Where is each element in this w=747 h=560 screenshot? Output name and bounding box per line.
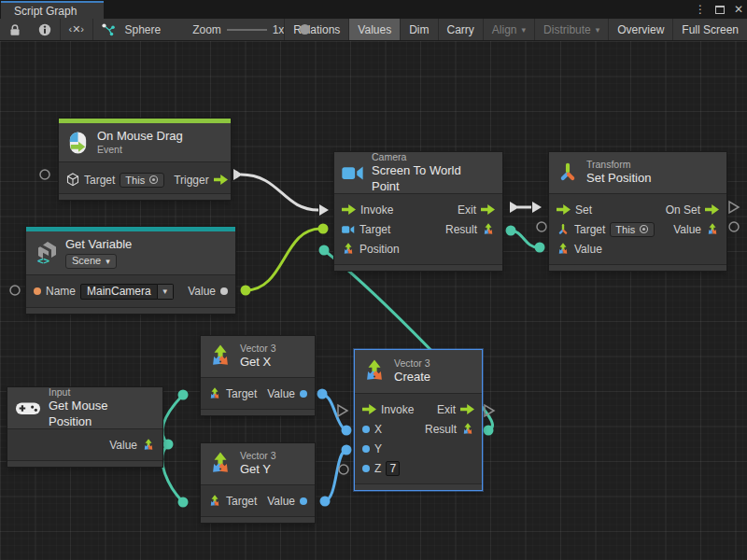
wire-endpoint[interactable] xyxy=(241,286,251,296)
tab-script-graph[interactable]: Script Graph xyxy=(1,1,104,19)
node-get-variable[interactable]: <> Get Variable Scene ▾ Name MainCamera … xyxy=(26,227,235,314)
node-footer xyxy=(26,307,235,314)
fullscreen-button[interactable]: Full Screen xyxy=(672,19,747,40)
target-this-field[interactable]: This xyxy=(610,222,655,237)
wire-endpoint[interactable] xyxy=(342,445,352,455)
unconnected-flow-indicator[interactable] xyxy=(338,405,347,416)
lock-icon[interactable] xyxy=(0,19,30,40)
port-label: Target xyxy=(226,387,257,400)
node-vector3-create[interactable]: Vector 3 Create Invoke Exit X Result xyxy=(355,350,482,490)
maximize-icon[interactable] xyxy=(715,6,725,14)
port-value-dot[interactable] xyxy=(220,287,228,295)
object-picker-icon[interactable] xyxy=(639,224,649,234)
wire-gety-to-createy[interactable] xyxy=(325,451,345,501)
flow-arrow-icon[interactable] xyxy=(342,204,356,215)
node-subtitle: Event xyxy=(97,144,183,156)
wire-input-arrow[interactable] xyxy=(319,204,329,216)
node-get-mouse-position[interactable]: Input Get Mouse Position Value xyxy=(7,387,162,467)
wire-endpoint[interactable] xyxy=(484,426,494,436)
zoom-slider[interactable] xyxy=(227,19,267,40)
wire-input-arrow[interactable] xyxy=(532,202,542,213)
align-button[interactable]: Align▾ xyxy=(483,19,534,40)
flow-arrow-icon[interactable] xyxy=(557,204,571,215)
wire-endpoint[interactable] xyxy=(178,390,189,400)
wire-endpoint[interactable] xyxy=(342,426,352,436)
distribute-button[interactable]: Distribute▾ xyxy=(534,19,608,40)
window-menu-icon[interactable]: ⋮ xyxy=(695,0,706,19)
camera-port-icon[interactable] xyxy=(342,225,355,234)
flow-arrow-icon[interactable] xyxy=(481,204,495,215)
wire-endpoint[interactable] xyxy=(319,245,330,256)
node-get-y[interactable]: Vector 3 Get Y Target Value xyxy=(201,443,315,523)
vector3-port-icon[interactable] xyxy=(461,423,474,436)
node-screen-to-world-point[interactable]: Camera Screen To World Point Invoke Exit… xyxy=(334,152,502,271)
flow-arrow-icon[interactable] xyxy=(705,204,719,215)
port-value-dot[interactable] xyxy=(300,497,307,505)
wire-endpoint[interactable] xyxy=(317,389,328,399)
node-set-position[interactable]: Transform Set Position Set On Set Target xyxy=(549,152,726,271)
wire-trigger-to-invoke[interactable] xyxy=(241,175,318,210)
vector3-port-icon[interactable] xyxy=(142,439,155,452)
wire-mousepos-to-getx[interactable] xyxy=(162,396,182,444)
flow-arrow-icon[interactable] xyxy=(214,175,228,185)
gamepad-icon xyxy=(15,400,41,416)
port-label: X xyxy=(374,423,382,436)
wire-endpoint[interactable] xyxy=(178,497,189,508)
gameobject-cube-icon[interactable] xyxy=(66,173,79,187)
vector3-port-icon[interactable] xyxy=(482,223,495,236)
info-icon[interactable] xyxy=(30,19,60,40)
vector3-port-icon[interactable] xyxy=(342,243,355,256)
vector3-port-icon[interactable] xyxy=(557,243,570,256)
transform-port-icon[interactable] xyxy=(557,223,570,236)
port-label: Value xyxy=(574,243,602,256)
vector3-port-icon[interactable] xyxy=(706,223,719,236)
wire-getx-to-createx[interactable] xyxy=(322,394,345,429)
node-category: Vector 3 xyxy=(240,450,276,462)
flow-arrow-icon[interactable] xyxy=(362,404,376,414)
port-label: Position xyxy=(359,243,400,256)
unconnected-flow-indicator[interactable] xyxy=(729,202,739,213)
wire-endpoint[interactable] xyxy=(535,243,545,253)
unconnected-port-indicator[interactable] xyxy=(339,465,348,474)
node-on-mouse-drag[interactable]: On Mouse Drag Event Target This Trigger xyxy=(59,119,231,200)
node-title: Get Mouse Position xyxy=(49,399,151,429)
variable-name-field[interactable]: MainCamera xyxy=(80,284,158,300)
zoom-slider-handle[interactable] xyxy=(300,24,310,35)
z-value-field[interactable]: 7 xyxy=(386,461,400,476)
vector3-port-icon[interactable] xyxy=(208,495,221,508)
variable-name-dropdown[interactable]: ▼ xyxy=(158,284,174,300)
relations-button[interactable]: Relations xyxy=(284,19,348,40)
unconnected-port-indicator[interactable] xyxy=(10,286,20,295)
vector3-port-icon[interactable] xyxy=(208,387,221,400)
toolbar: ‹✕› Sphere Zoom 1x Relations Values Dim … xyxy=(0,19,747,41)
overview-button[interactable]: Overview xyxy=(608,19,672,40)
node-get-x[interactable]: Vector 3 Get X Target Value xyxy=(201,336,315,415)
port-z-dot[interactable] xyxy=(362,465,370,472)
dim-button[interactable]: Dim xyxy=(400,19,437,40)
graph-canvas[interactable]: On Mouse Drag Event Target This Trigger xyxy=(0,41,747,560)
unconnected-port-indicator[interactable] xyxy=(537,222,546,231)
zoom-slider-track[interactable] xyxy=(227,29,267,31)
flow-arrow-icon[interactable] xyxy=(460,404,474,414)
close-icon[interactable]: ✕ xyxy=(734,0,743,19)
wire-endpoint[interactable] xyxy=(320,497,331,507)
port-label: Invoke xyxy=(381,403,414,416)
port-y-dot[interactable] xyxy=(362,445,370,453)
port-name-dot[interactable] xyxy=(34,287,41,295)
node-category: Input xyxy=(49,386,151,399)
values-button[interactable]: Values xyxy=(348,19,400,40)
wire-endpoint[interactable] xyxy=(163,440,174,450)
wire-variable-to-target[interactable] xyxy=(246,229,320,290)
object-picker-icon[interactable] xyxy=(148,175,159,185)
unconnected-port-indicator[interactable] xyxy=(40,170,49,179)
wire-mousepos-to-gety[interactable] xyxy=(162,444,182,501)
unconnected-port-indicator[interactable] xyxy=(729,222,739,231)
port-x-dot[interactable] xyxy=(362,426,370,433)
wire-endpoint[interactable] xyxy=(318,224,329,234)
target-this-field[interactable]: This xyxy=(120,173,164,188)
port-value-dot[interactable] xyxy=(300,390,307,398)
carry-button[interactable]: Carry xyxy=(438,19,483,40)
wire-endpoint[interactable] xyxy=(506,226,516,236)
code-view-icon[interactable]: ‹✕› xyxy=(60,19,92,40)
variable-scope-dropdown[interactable]: Scene ▾ xyxy=(65,254,117,269)
